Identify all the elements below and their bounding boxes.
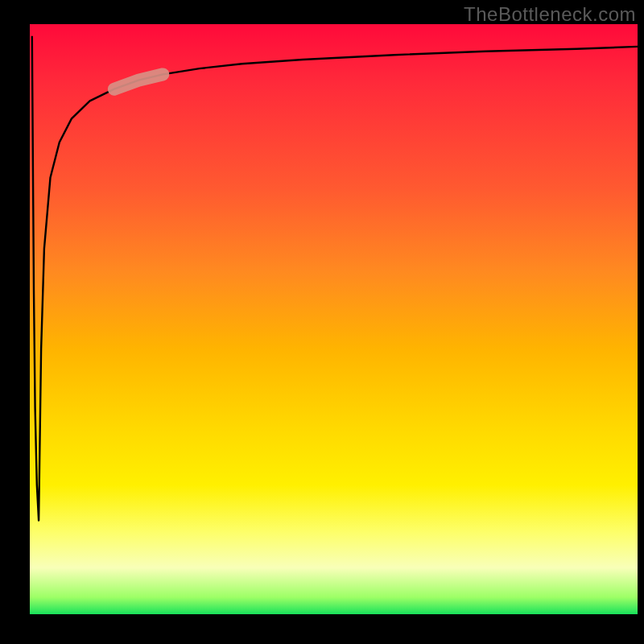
watermark-text: TheBottleneck.com	[464, 3, 636, 26]
plot-area	[29, 24, 638, 615]
chart-canvas: TheBottleneck.com	[0, 0, 644, 644]
